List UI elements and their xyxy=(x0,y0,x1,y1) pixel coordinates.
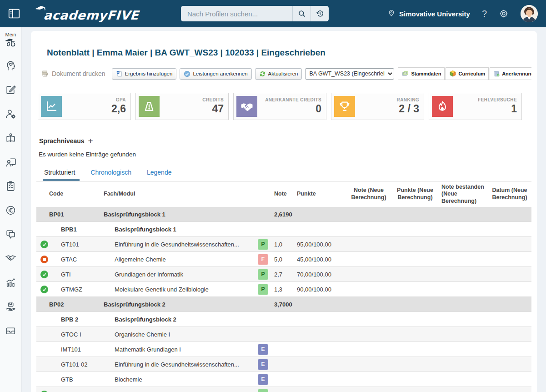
cell-fach-modul: Molekulare Genetik und Zellbiologie xyxy=(97,286,258,293)
cell-fach-modul: Biochemie xyxy=(97,376,258,383)
stat-card-text: GPA2,6 xyxy=(65,96,128,117)
record-tab-label: Stammdaten xyxy=(411,71,441,76)
flame-icon xyxy=(432,96,453,117)
record-tab-stammdaten[interactable]: Stammdaten xyxy=(398,67,445,80)
cell-fach-modul: Mathematik Grundlagen I xyxy=(97,346,258,353)
search-button[interactable] xyxy=(292,6,311,21)
profile-search xyxy=(181,6,329,21)
finance-icon xyxy=(5,205,16,218)
search-history-button[interactable] xyxy=(311,6,329,21)
header-punkte-neu: Punkte (Neue Berechnung) xyxy=(391,187,439,201)
trophy-icon xyxy=(334,96,355,117)
header-code: Code xyxy=(36,191,97,198)
print-document-button[interactable]: Dokument drucken xyxy=(41,70,105,77)
grade-badge-E: E xyxy=(258,359,274,370)
record-tab-strip: StammdatenCurriculumAnerkennungenB xyxy=(398,67,531,80)
services-icon xyxy=(5,301,16,314)
view-tab-legende[interactable]: Legende xyxy=(147,169,172,181)
search-input[interactable] xyxy=(181,6,292,21)
grade-table: Code Fach/Modul Note Punkte Note (Neue B… xyxy=(36,181,531,392)
program-select[interactable]: BA GWT_WS23 (Eingeschriel xyxy=(305,68,394,80)
table-row-gtb: GTBBiochemieE xyxy=(36,372,531,387)
cell-fach-modul: Basisprüfungsblock 2 xyxy=(97,301,258,308)
compose-icon xyxy=(5,84,16,97)
table-row-bp02: BP02Basisprüfungsblock 23,7000 xyxy=(36,297,531,312)
clipboard-icon xyxy=(5,181,16,194)
sidebar-toggle-icon[interactable] xyxy=(6,6,22,21)
cell-fach-modul: Grundlagen der Informatik xyxy=(97,271,258,278)
settings-gear-icon[interactable] xyxy=(499,9,509,19)
stat-label: FEHLVERSUCHE xyxy=(456,97,517,103)
table-row-gt101-02: GT101-02Einführung in die Gesundheitswis… xyxy=(36,357,531,372)
cell-code: BPB 2 xyxy=(52,316,97,323)
cell-code: BP02 xyxy=(36,301,97,308)
add-sprachniveau-button[interactable]: + xyxy=(88,136,93,145)
view-tabs: StrukturiertChronologischLegende xyxy=(44,169,531,181)
refresh-label: Aktualisieren xyxy=(268,71,298,76)
help-icon[interactable]: ? xyxy=(482,9,487,19)
chart-icon xyxy=(41,96,62,117)
mein-a5-icon[interactable] xyxy=(4,37,18,50)
cell-code: GTOC I xyxy=(52,331,97,338)
table-row-bp01: BP01Basisprüfungsblock 12,6190 xyxy=(36,207,531,222)
sidebar-item-lecturer[interactable] xyxy=(0,152,22,173)
cell-code: GTB xyxy=(52,376,97,383)
stat-value: 1 xyxy=(456,103,517,115)
stat-card-text: FEHLVERSUCHE1 xyxy=(456,96,519,117)
sidebar-item-inbox[interactable] xyxy=(0,321,22,342)
table-row-gt101: GT101Einführung in die Gesundheitswissen… xyxy=(36,237,531,252)
stat-label: ANERKANNTE CREDITS xyxy=(261,97,321,103)
record-tab-curriculum[interactable]: Curriculum xyxy=(446,67,489,80)
stat-label: RANKING xyxy=(359,97,419,103)
sidebar-item-study[interactable] xyxy=(0,128,22,149)
sidebar-item-handshake[interactable] xyxy=(0,249,22,270)
left-sidebar: Mein xyxy=(0,27,22,392)
sidebar-item-statistics[interactable] xyxy=(0,273,22,294)
view-tab-chronologisch[interactable]: Chronologisch xyxy=(90,169,131,181)
stat-value: 0 xyxy=(261,103,321,115)
sprachniveaus-heading: Sprachniveaus + xyxy=(39,136,531,145)
sidebar-item-services[interactable] xyxy=(0,297,22,318)
recognize-achievements-button[interactable]: Leistungen anerkennen xyxy=(180,68,251,80)
sidebar-item-clipboard[interactable] xyxy=(0,176,22,197)
cell-note: 3,7000 xyxy=(274,301,346,308)
grade-badge-P: P xyxy=(258,239,274,250)
stat-card-text: ANERKANNTE CREDITS0 xyxy=(261,96,323,117)
curriculum-icon xyxy=(449,70,456,77)
cell-fach-modul: Organische Chemie I xyxy=(97,331,258,338)
header-right: Simovative University ? xyxy=(388,0,538,27)
stat-label: CREDITS xyxy=(163,97,224,103)
status-passed-icon xyxy=(36,241,52,248)
cell-code: IMT101 xyxy=(52,346,97,353)
cell-fach-modul: Allgemeine Chemie xyxy=(97,256,258,263)
sidebar-item-chat[interactable] xyxy=(0,225,22,246)
mein-label: Mein xyxy=(5,32,16,37)
stat-label: GPA xyxy=(65,97,126,103)
cell-fach-modul: Basisprüfungsblock 1 xyxy=(97,211,258,218)
stat-card-gpa: GPA2,6 xyxy=(38,93,131,120)
user-avatar[interactable] xyxy=(521,5,538,22)
handshake-icon xyxy=(5,253,16,266)
stat-cards: GPA2,6CREDITS47ANERKANNTE CREDITS0RANKIN… xyxy=(38,93,531,120)
handshake-solid-icon xyxy=(236,96,257,117)
add-result-button[interactable]: Ergebnis hinzufügen xyxy=(112,68,177,80)
stat-card-credits: CREDITS47 xyxy=(135,93,229,120)
cell-code: BPB1 xyxy=(52,226,97,233)
grade-badge-P: P xyxy=(258,389,274,392)
view-tab-strukturiert[interactable]: Strukturiert xyxy=(44,169,75,181)
refresh-button[interactable]: Aktualisieren xyxy=(255,68,302,80)
record-tab-anerkennungen[interactable]: Anerkennungen xyxy=(490,67,531,80)
stammdaten-icon xyxy=(401,70,409,77)
add-result-label: Ergebnis hinzufügen xyxy=(125,71,173,76)
sidebar-item-compose[interactable] xyxy=(0,80,22,101)
table-header-row: Code Fach/Modul Note Punkte Note (Neue B… xyxy=(36,181,531,207)
sidebar-item-wellbeing[interactable] xyxy=(0,56,22,77)
recognize-label: Leistungen anerkennen xyxy=(193,71,247,76)
status-failed-icon xyxy=(36,256,52,263)
stat-card-ranking: RANKING2 / 3 xyxy=(331,93,424,120)
sidebar-item-finance[interactable] xyxy=(0,201,22,221)
cell-code: GTMGZ xyxy=(52,286,97,293)
academyfive-logo[interactable]: academyFIVE xyxy=(35,5,139,22)
campus-selector[interactable]: Simovative University xyxy=(388,9,470,19)
sidebar-item-user-settings[interactable] xyxy=(0,104,22,125)
